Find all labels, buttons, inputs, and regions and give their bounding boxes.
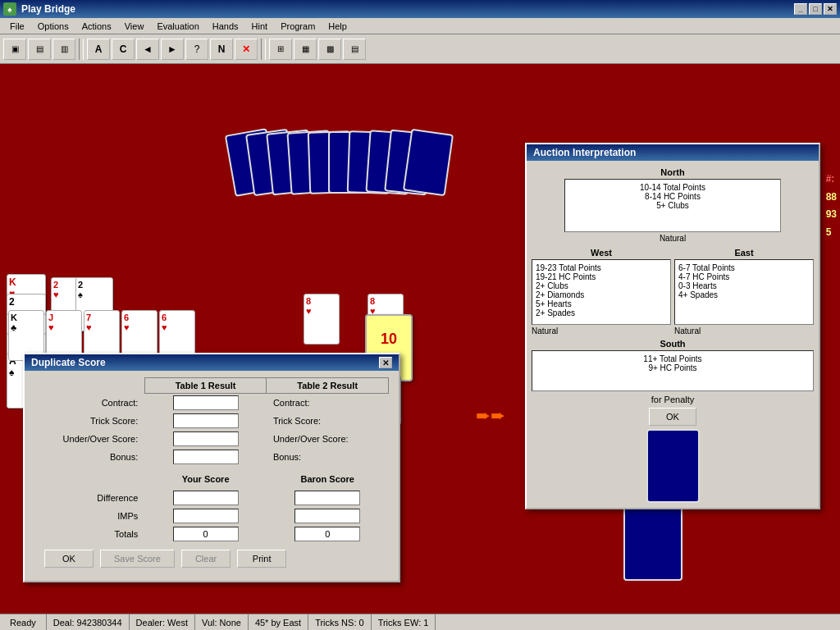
right-numbers: #: 88 93 5 [826,171,837,241]
status-ready: Ready [0,614,47,630]
west-natural: Natural [532,326,671,336]
status-tricks-ew: Tricks EW: 1 [372,614,436,630]
under-over-label-2: Under/Over Score: [267,430,389,448]
trick-score-label-2: Trick Score: [267,412,389,430]
auction-interpretation-panel: Auction Interpretation North 10-14 Total… [525,143,820,509]
north-cards [230,131,476,205]
save-score-button[interactable]: Save Score [100,550,175,568]
auction-ok-button[interactable]: OK [649,408,696,426]
blue-card-panel [646,429,700,503]
toolbar-separator-2 [261,39,266,60]
east-natural: Natural [674,326,814,336]
contract-label: Contract: [34,394,144,413]
dialog-buttons: OK Save Score Clear Print [34,543,389,574]
menu-bar: File Options Actions View Evaluation Han… [0,18,840,34]
bonus-label: Bonus: [34,448,144,466]
east-text: 6-7 Total Points 4-7 HC Points 0-3 Heart… [674,259,814,325]
menu-file[interactable]: File [3,20,31,33]
totals-baron[interactable] [294,527,360,541]
tb-btn-next[interactable]: ► [161,39,184,60]
tb-btn-c[interactable]: C [112,39,135,60]
status-bar: Ready Deal: 942380344 Dealer: West Vul: … [0,614,840,630]
menu-actions[interactable]: Actions [75,20,118,33]
west-text: 19-23 Total Points 19-21 HC Points 2+ Cl… [532,259,671,325]
menu-evaluation[interactable]: Evaluation [150,20,205,33]
clear-button[interactable]: Clear [181,550,231,568]
under-over-input-1[interactable] [173,431,239,446]
minimize-button[interactable]: _ [794,3,807,15]
trick-score-input-1[interactable] [173,413,239,428]
print-button[interactable]: Print [237,550,286,568]
auction-panel-body: North 10-14 Total Points 8-14 HC Points … [527,161,819,508]
dialog-close-button[interactable]: ✕ [379,357,392,368]
tb-btn-1[interactable]: ▣ [3,39,26,60]
totals-your[interactable] [173,527,239,541]
status-tricks-ns: Tricks NS: 0 [308,614,372,630]
close-button[interactable]: ✕ [824,3,837,15]
tb-btn-3[interactable]: ▥ [52,39,75,60]
main-game-area: K♥ 2♠ K♠ K♠ A♠ 2♥ 2♠ K♣ J♥ 7♥ 6♥ 6♥ 8♥ [0,64,840,630]
east-label: East [674,248,814,258]
title-bar: ♠ Play Bridge _ □ ✕ [0,0,840,18]
bonus-label-2: Bonus: [267,448,389,466]
toolbar-separator-1 [79,39,84,60]
tb-btn-2[interactable]: ▤ [28,39,51,60]
menu-help[interactable]: Help [322,20,354,33]
tb-btn-grid3[interactable]: ▩ [318,39,341,60]
contract-input-1[interactable] [173,395,239,410]
app-title: Play Bridge [21,3,75,15]
blue-card-south [623,499,682,581]
tb-btn-help[interactable]: ? [185,39,208,60]
dialog-title-text: Duplicate Score [31,357,106,368]
west-label: West [532,248,671,258]
tb-btn-grid1[interactable]: ⊞ [269,39,292,60]
toolbar: ▣ ▤ ▥ A C ◄ ► ? N ✕ ⊞ ▦ ▩ ▤ [0,34,840,64]
ok-button[interactable]: OK [44,550,94,568]
score-table: Table 1 Result Table 2 Result Contract: … [34,377,389,543]
status-contract: 45* by East [249,614,308,630]
status-dealer: Dealer: West [130,614,195,630]
imps-your[interactable] [173,509,239,523]
difference-label: Difference [34,489,144,507]
difference-your[interactable] [173,491,239,505]
difference-baron[interactable] [294,491,360,505]
tb-btn-x[interactable]: ✕ [235,39,258,60]
duplicate-score-dialog: Duplicate Score ✕ Table 1 Result Table 2… [23,353,400,582]
app-icon: ♠ [3,2,16,16]
dialog-body: Table 1 Result Table 2 Result Contract: … [25,371,399,581]
imps-baron[interactable] [294,509,360,523]
tb-btn-prev[interactable]: ◄ [136,39,159,60]
your-score-header: Your Score [144,472,267,486]
north-text: 10-14 Total Points 8-14 HC Points 5+ Clu… [564,179,781,232]
auction-panel-title: Auction Interpretation [527,144,819,161]
north-label: North [532,167,814,177]
menu-hint[interactable]: Hint [245,20,275,33]
contract-label-2: Contract: [267,394,389,413]
tb-btn-grid2[interactable]: ▦ [294,39,317,60]
tb-btn-n[interactable]: N [210,39,233,60]
status-vul: Vul: None [195,614,249,630]
status-deal: Deal: 942380344 [47,614,130,630]
totals-label: Totals [34,525,144,543]
imps-label: IMPs [34,507,144,525]
maximize-button[interactable]: □ [809,3,822,15]
menu-view[interactable]: View [118,20,151,33]
window-controls[interactable]: _ □ ✕ [794,3,837,15]
menu-options[interactable]: Options [31,20,75,33]
baron-score-header: Baron Score [267,472,389,486]
table1-header: Table 1 Result [144,378,267,394]
table2-header: Table 2 Result [267,378,389,394]
tb-btn-a[interactable]: A [87,39,110,60]
south-text: 11+ Total Points 9+ HC Points [532,350,814,391]
dialog-title-bar[interactable]: Duplicate Score ✕ [25,354,399,371]
menu-hands[interactable]: Hands [206,20,245,33]
for-penalty-text: for Penalty [532,395,814,404]
arrow-icon: ➨➨ [476,405,505,427]
under-over-label: Under/Over Score: [34,430,144,448]
bonus-input-1[interactable] [173,450,239,464]
trick-score-label: Trick Score: [34,412,144,430]
north-natural: Natural [532,234,814,243]
tb-btn-grid4[interactable]: ▤ [343,39,366,60]
menu-program[interactable]: Program [274,20,322,33]
south-label: South [532,339,814,349]
